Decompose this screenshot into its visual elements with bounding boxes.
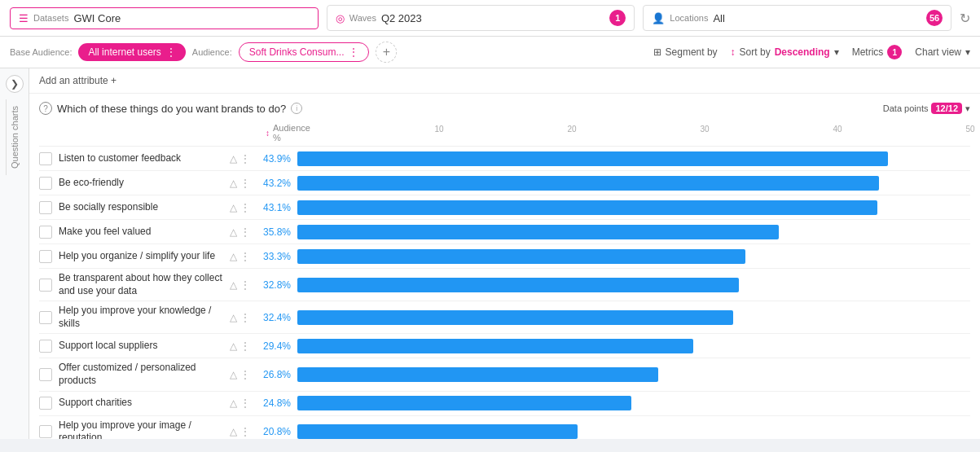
main-area: ❯ Question charts Add an attribute + ? W…: [0, 68, 980, 439]
datasets-selector[interactable]: ☰ Datasets GWI Core: [10, 7, 319, 29]
row-action-icons: △⋮: [230, 426, 250, 437]
sort-by-button[interactable]: ↕ Sort by Descending ▾: [731, 46, 839, 58]
more-icon[interactable]: ⋮: [240, 226, 250, 238]
segment-by-button[interactable]: ⊞ Segment by: [653, 46, 718, 58]
more-icon[interactable]: ⋮: [240, 340, 250, 352]
locations-badge: 56: [926, 10, 943, 26]
more-icon[interactable]: ⋮: [240, 202, 250, 213]
metrics-button[interactable]: Metrics 1: [852, 45, 903, 59]
bar: [297, 249, 745, 264]
chart-view-chevron-icon: ▾: [965, 46, 970, 58]
bar: [297, 225, 779, 239]
more-icon[interactable]: ⋮: [240, 251, 250, 262]
row-checkbox[interactable]: [39, 397, 52, 410]
chip2-options-icon: ⋮: [349, 46, 358, 58]
chip1-label: All internet users: [88, 46, 160, 58]
row-checkbox[interactable]: [39, 250, 52, 263]
expand-button[interactable]: ❯: [6, 75, 24, 93]
data-points-value: 12/12: [931, 103, 962, 114]
row-label: Be transparent about how they collect an…: [59, 272, 230, 297]
waves-value: Q2 2023: [381, 12, 422, 24]
more-icon[interactable]: ⋮: [240, 153, 250, 165]
row-label: Be socially responsible: [59, 201, 230, 214]
axis-tick-10: 10: [434, 125, 443, 134]
row-percentage: 32.8%: [257, 279, 291, 291]
more-icon[interactable]: ⋮: [240, 397, 250, 409]
bar-container: [297, 339, 970, 353]
sort-chevron-icon: ▾: [834, 46, 839, 58]
warning-icon[interactable]: △: [230, 202, 237, 213]
row-checkbox[interactable]: [39, 152, 52, 165]
axis-pct-label: Audience %: [273, 123, 310, 143]
sort-by-label: Sort by: [740, 46, 771, 58]
warning-icon[interactable]: △: [230, 426, 237, 437]
more-icon[interactable]: ⋮: [240, 178, 250, 189]
sort-icon: ↕: [731, 46, 736, 58]
add-audience-button[interactable]: +: [376, 42, 397, 63]
question-text: Which of these things do you want brands…: [57, 103, 286, 115]
bar: [297, 310, 733, 325]
data-points-badge: Data points 12/12 ▾: [883, 103, 970, 114]
more-icon[interactable]: ⋮: [240, 426, 250, 437]
table-row: Offer customized / personalized products…: [39, 358, 970, 391]
bar-container: [297, 225, 970, 239]
row-checkbox[interactable]: [39, 177, 52, 190]
warning-icon[interactable]: △: [230, 312, 237, 323]
soft-drinks-chip[interactable]: Soft Drinks Consum... ⋮: [239, 42, 370, 62]
base-audience-label: Base Audience:: [10, 47, 72, 57]
warning-icon[interactable]: △: [230, 153, 237, 165]
row-label: Support local suppliers: [59, 340, 230, 353]
bar: [297, 367, 658, 382]
segment-icon: ⊞: [653, 46, 661, 58]
locations-selector[interactable]: 👤 Locations All 56: [643, 5, 951, 31]
table-row: Help you improve your knowledge / skills…: [39, 301, 970, 334]
refresh-button[interactable]: ↻: [960, 11, 970, 26]
all-internet-chip[interactable]: All internet users ⋮: [78, 43, 185, 61]
bar-container: [297, 200, 970, 215]
table-row: Support charities△⋮24.8%: [39, 392, 970, 416]
bar-container: [297, 367, 970, 382]
warning-icon[interactable]: △: [230, 369, 237, 380]
warning-icon[interactable]: △: [230, 279, 237, 291]
warning-icon[interactable]: △: [230, 226, 237, 238]
row-action-icons: △⋮: [230, 340, 250, 352]
warning-icon[interactable]: △: [230, 178, 237, 189]
warning-icon[interactable]: △: [230, 397, 237, 409]
more-icon[interactable]: ⋮: [240, 279, 250, 291]
row-percentage: 43.1%: [257, 202, 291, 213]
warning-icon[interactable]: △: [230, 340, 237, 352]
row-action-icons: △⋮: [230, 397, 250, 409]
row-action-icons: △⋮: [230, 226, 250, 238]
side-label: Question charts: [6, 99, 23, 175]
data-points-chevron-icon: ▾: [965, 103, 970, 114]
bar-container: [297, 249, 970, 264]
chart-area: ? Which of these things do you want bran…: [29, 94, 980, 439]
row-checkbox[interactable]: [39, 425, 52, 438]
axis-tick-50: 50: [965, 125, 974, 134]
row-checkbox[interactable]: [39, 311, 52, 324]
locations-label: Locations: [670, 13, 708, 23]
row-label: Listen to customer feedback: [59, 152, 230, 165]
bar: [297, 339, 693, 353]
add-attribute-top-button[interactable]: Add an attribute +: [39, 75, 116, 86]
row-checkbox[interactable]: [39, 340, 52, 353]
bar-container: [297, 278, 970, 292]
axis-tick-40: 40: [833, 125, 842, 134]
axis-header: ↕ Audience % 1020304050: [39, 120, 970, 147]
row-action-icons: △⋮: [230, 369, 250, 380]
more-icon[interactable]: ⋮: [240, 369, 250, 380]
bar-container: [297, 424, 970, 439]
right-controls: ⊞ Segment by ↕ Sort by Descending ▾ Metr…: [653, 45, 970, 59]
warning-icon[interactable]: △: [230, 251, 237, 262]
waves-selector[interactable]: ◎ Waves Q2 2023 1: [327, 5, 635, 31]
row-checkbox[interactable]: [39, 226, 52, 239]
row-label: Make you feel valued: [59, 226, 230, 239]
row-checkbox[interactable]: [39, 201, 52, 214]
row-checkbox[interactable]: [39, 368, 52, 381]
sort-icon-axis: ↕: [266, 129, 270, 138]
table-row: Make you feel valued△⋮35.8%: [39, 220, 970, 244]
row-checkbox[interactable]: [39, 279, 52, 292]
segment-by-label: Segment by: [666, 46, 718, 58]
more-icon[interactable]: ⋮: [240, 312, 250, 323]
chart-view-button[interactable]: Chart view ▾: [915, 46, 970, 58]
